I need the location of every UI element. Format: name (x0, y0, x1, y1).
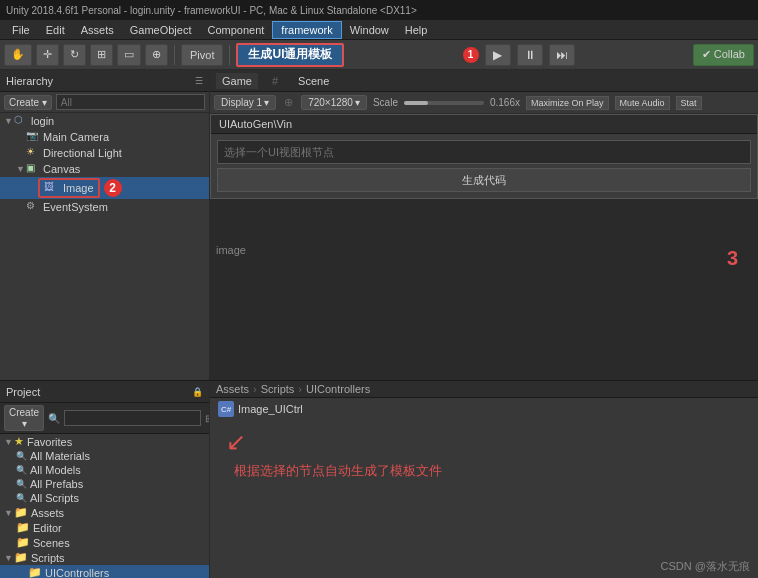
search-small-icon-4: 🔍 (16, 493, 27, 503)
pivot-btn[interactable]: Pivot (181, 44, 223, 66)
tree-arrow-login: ▼ (4, 116, 14, 126)
tree-item-camera[interactable]: 📷 Main Camera (0, 129, 209, 145)
favorites-star-icon: ★ (14, 435, 24, 448)
tree-item-image[interactable]: 🖼 Image 2 (0, 177, 209, 199)
uiautogen-node-input[interactable] (217, 140, 751, 164)
tree-label-image: Image (63, 182, 94, 194)
fav-all-prefabs-label: All Prefabs (30, 478, 83, 490)
folder-scripts-icon: 📁 (14, 551, 28, 564)
move-tool-btn[interactable]: ✛ (36, 44, 59, 66)
folder-scenes-icon: 📁 (16, 536, 30, 549)
menu-edit[interactable]: Edit (38, 22, 73, 38)
menu-file[interactable]: File (4, 22, 38, 38)
tab-game[interactable]: Game (216, 73, 258, 89)
fav-all-models[interactable]: 🔍 All Models (0, 463, 209, 477)
search-icon: 🔍 (48, 413, 60, 424)
project-search-input[interactable] (64, 410, 201, 426)
menu-framework[interactable]: framework (272, 21, 341, 39)
uiautogen-dialog: UIAutoGen\Vin 生成代码 (210, 114, 758, 199)
assets-group[interactable]: ▼ 📁 Assets (0, 505, 209, 520)
game-toolbar: Display 1 ▾ ⊕ 720×1280 ▾ Scale 0.166x Ma… (210, 92, 758, 114)
arrow-container: ↙ 根据选择的节点自动生成了模板文件 (210, 420, 758, 488)
hierarchy-toolbar: Create ▾ (0, 92, 209, 113)
assets-editor[interactable]: 📁 Editor (0, 520, 209, 535)
step-btn[interactable]: ⏭ (549, 44, 575, 66)
toolbar-sep-1 (174, 45, 175, 65)
game-image-label: image (216, 244, 246, 256)
uiautogen-title: UIAutoGen\Vin (211, 115, 757, 134)
light-icon: ☀ (26, 146, 40, 160)
fav-all-prefabs[interactable]: 🔍 All Prefabs (0, 477, 209, 491)
fav-all-scripts-label: All Scripts (30, 492, 79, 504)
pause-btn[interactable]: ⏸ (517, 44, 543, 66)
scale-tool-btn[interactable]: ⊞ (90, 44, 113, 66)
assets-scripts[interactable]: ▼ 📁 Scripts (0, 550, 209, 565)
project-header: Project 🔒 (0, 381, 209, 403)
project-content: Assets › Scripts › UIControllers C# Imag… (210, 381, 758, 578)
hierarchy-header: Hierarchy ☰ (0, 70, 209, 92)
uiautogen-body: 生成代码 (211, 134, 757, 198)
tab-scene[interactable]: Scene (292, 73, 335, 89)
menu-help[interactable]: Help (397, 22, 436, 38)
scale-bar-fill (404, 101, 428, 105)
csdn-watermark: CSDN @落水无痕 (661, 559, 750, 574)
hand-tool-btn[interactable]: ✋ (4, 44, 32, 66)
rect-tool-btn[interactable]: ▭ (117, 44, 141, 66)
cs-file-icon: C# (218, 401, 234, 417)
scale-bar[interactable] (404, 101, 484, 105)
image-icon: 🖼 (44, 181, 58, 195)
assets-scripts-label: Scripts (31, 552, 65, 564)
bottom-section: Project 🔒 Create ▾ 🔍 ⊞ ◫ ⊟ ▼ ★ Favorites… (0, 380, 758, 578)
tree-item-login[interactable]: ▼ ⬡ login (0, 113, 209, 129)
fav-all-materials[interactable]: 🔍 All Materials (0, 449, 209, 463)
project-create-btn[interactable]: Create ▾ (4, 405, 44, 431)
file-image-uictrl[interactable]: C# Image_UICtrl (210, 398, 758, 420)
tree-label-login: login (31, 115, 54, 127)
favorites-group[interactable]: ▼ ★ Favorites (0, 434, 209, 449)
search-small-icon-2: 🔍 (16, 465, 27, 475)
breadcrumb-uicontrollers[interactable]: UIControllers (306, 383, 370, 395)
rotate-tool-btn[interactable]: ↻ (63, 44, 86, 66)
search-small-icon-3: 🔍 (16, 479, 27, 489)
generate-ui-template-btn[interactable]: 生成UI通用模板 (236, 43, 344, 67)
hierarchy-search[interactable] (56, 94, 205, 110)
maximize-on-play-btn[interactable]: Maximize On Play (526, 96, 609, 110)
annotation-3-badge: 3 (727, 247, 738, 270)
hierarchy-create-btn[interactable]: Create ▾ (4, 95, 52, 110)
menu-gameobject[interactable]: GameObject (122, 22, 200, 38)
scale-value: 0.166x (490, 97, 520, 108)
tree-item-canvas[interactable]: ▼ ▣ Canvas (0, 161, 209, 177)
hierarchy-tab[interactable]: Hierarchy (6, 75, 53, 87)
project-tab[interactable]: Project (6, 386, 40, 398)
game-content: UIAutoGen\Vin 生成代码 image 3 (210, 114, 758, 380)
tree-item-eventsystem[interactable]: ⚙ EventSystem (0, 199, 209, 215)
breadcrumb-sep-1: › (253, 383, 257, 395)
tree-label-canvas: Canvas (43, 163, 80, 175)
annotation-2-badge: 2 (104, 179, 122, 197)
breadcrumb-sep-2: › (298, 383, 302, 395)
breadcrumb-assets[interactable]: Assets (216, 383, 249, 395)
project-breadcrumb: Assets › Scripts › UIControllers (210, 381, 758, 398)
fav-all-models-label: All Models (30, 464, 81, 476)
play-btn[interactable]: ▶ (485, 44, 511, 66)
main-section: Hierarchy ☰ Create ▾ ▼ ⬡ login 📷 Main Ca… (0, 70, 758, 380)
collab-btn[interactable]: ✔ Collab (693, 44, 754, 66)
display-dropdown[interactable]: Display 1 ▾ (214, 95, 276, 110)
game-view-header: Game # Scene (210, 70, 758, 92)
mute-audio-btn[interactable]: Mute Audio (615, 96, 670, 110)
menu-assets[interactable]: Assets (73, 22, 122, 38)
assets-scenes[interactable]: 📁 Scenes (0, 535, 209, 550)
arrow-annotation: ↙ (226, 428, 742, 456)
tree-item-light[interactable]: ☀ Directional Light (0, 145, 209, 161)
annotation-1-badge: 1 (463, 47, 479, 63)
scale-label: Scale (373, 97, 398, 108)
assets-uicontrollers[interactable]: 📁 UIControllers (0, 565, 209, 578)
breadcrumb-scripts[interactable]: Scripts (261, 383, 295, 395)
menu-window[interactable]: Window (342, 22, 397, 38)
fav-all-scripts[interactable]: 🔍 All Scripts (0, 491, 209, 505)
stats-btn[interactable]: Stat (676, 96, 702, 110)
resolution-dropdown[interactable]: 720×1280 ▾ (301, 95, 367, 110)
uiautogen-generate-btn[interactable]: 生成代码 (217, 168, 751, 192)
menu-component[interactable]: Component (199, 22, 272, 38)
transform-tool-btn[interactable]: ⊕ (145, 44, 168, 66)
